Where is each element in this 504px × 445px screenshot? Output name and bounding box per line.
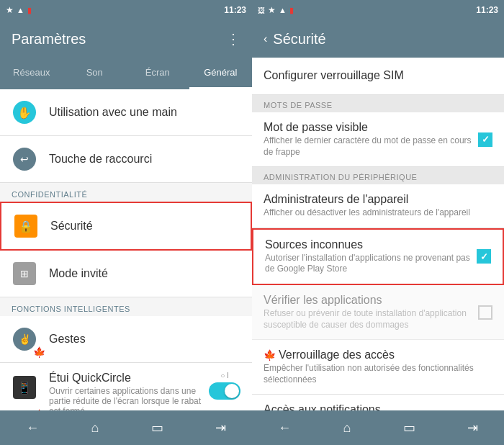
nav-menu-right[interactable]: ⇥ (462, 414, 484, 441)
item-verrouillage[interactable]: 🍁 Verrouillage des accès Empêcher l'util… (252, 340, 504, 395)
item-etui-subtitle: Ouvrir certaines applications dans une p… (49, 386, 203, 410)
toggle-off-label: ○ I (220, 372, 229, 379)
toggle-etui[interactable] (209, 382, 240, 400)
item-sim[interactable]: Configurer verrouillage SIM (252, 58, 504, 95)
nav-back-left[interactable]: ← (20, 415, 45, 441)
image-icon: 🖼 (258, 6, 265, 14)
item-mot-de-passe-title: Mot de passe visible (264, 121, 472, 134)
item-shortcut-text: Touche de raccourci (49, 153, 240, 166)
phone-icon: 📱 (13, 376, 36, 399)
item-securite-text: Sécurité (50, 220, 239, 233)
item-acces-notifications[interactable]: Accès aux notifications 1 applications p… (252, 395, 504, 410)
left-status-time: 11:23 (224, 5, 246, 15)
left-panel: ★ ▲ ▮ 11:23 Paramètres ⋮ Réseaux Son Écr… (0, 0, 252, 445)
section-fonctions: FONCTIONS INTELLIGENTES (0, 297, 252, 316)
item-acces-notifications-text: Accès aux notifications 1 applications p… (264, 403, 492, 410)
lock-icon: 🔒 (14, 215, 37, 238)
item-securite-title: Sécurité (50, 220, 239, 233)
grid-icon: ⊞ (13, 262, 36, 285)
checkbox-mot-de-passe[interactable] (478, 132, 492, 147)
item-gestes-title: Gestes (49, 333, 240, 346)
item-mode-invite[interactable]: ⊞ Mode invité (0, 251, 252, 297)
item-verrouillage-title: 🍁 Verrouillage des accès (264, 349, 492, 361)
hand-icon-container: ✋ (12, 99, 37, 125)
right-status-icons-right: 11:23 (476, 5, 498, 15)
section-confidentialite: CONFIDENTIALITÉ (0, 183, 252, 202)
item-verifier-text: Vérifier les applications Refuser ou pré… (264, 294, 472, 331)
tab-son[interactable]: Son (63, 58, 127, 89)
back-arrow-icon[interactable]: ‹ (264, 32, 267, 45)
left-status-bar: ★ ▲ ▮ 11:23 (0, 0, 252, 20)
item-etui-text: Étui QuickCircle Ouvrir certaines applic… (49, 372, 203, 410)
shortcut-icon-container: ↩ (12, 146, 37, 172)
item-etui-title: Étui QuickCircle (49, 372, 203, 385)
battery-warning-icon: ▮ (27, 6, 32, 15)
toggle-knob (225, 384, 239, 398)
nav-home-right[interactable]: ⌂ (337, 415, 356, 441)
item-administrateurs-text: Administrateurs de l'appareil Afficher o… (264, 193, 492, 219)
checkbox-sources-inconnues[interactable] (477, 249, 491, 264)
left-top-bar: Paramètres ⋮ (0, 20, 252, 58)
item-mode-invite-title: Mode invité (49, 267, 240, 280)
item-verrouillage-subtitle: Empêcher l'utilisation non autorisée des… (264, 363, 492, 385)
left-settings-list: ✋ Utilisation avec une main ↩ Touche de … (0, 89, 252, 410)
item-sources-inconnues-text: Sources inconnues Autoriser l'installati… (265, 238, 471, 275)
left-tab-bar: Réseaux Son Écran Général (0, 58, 252, 89)
left-top-bar-title: Paramètres (12, 31, 226, 48)
item-verifier-title: Vérifier les applications (264, 294, 472, 307)
nav-menu-left[interactable]: ⇥ (210, 414, 232, 441)
item-verifier-applications: Vérifier les applications Refuser ou pré… (252, 285, 504, 340)
hand-icon: ✋ (13, 101, 36, 124)
item-mot-de-passe-subtitle: Afficher le dernier caractère du mot de … (264, 135, 472, 158)
wifi-icon: ▲ (17, 6, 24, 14)
right-wifi-icon: ▲ (279, 6, 287, 14)
item-mot-de-passe[interactable]: Mot de passe visible Afficher le dernier… (252, 112, 504, 167)
item-mot-de-passe-text: Mot de passe visible Afficher le dernier… (264, 121, 472, 158)
left-nav-bar: ← ⌂ ▭ ⇥ (0, 410, 252, 445)
nav-recent-left[interactable]: ▭ (145, 414, 169, 441)
item-sim-text: Configurer verrouillage SIM (264, 69, 492, 84)
nav-home-left[interactable]: ⌂ (85, 415, 104, 441)
right-battery-warning-icon: ▮ (289, 6, 294, 15)
tab-general[interactable]: Général (189, 58, 253, 89)
item-securite[interactable]: 🔒 Sécurité (0, 202, 252, 251)
left-status-icons-right: 11:23 (224, 5, 246, 15)
item-hand[interactable]: ✋ Utilisation avec une main (0, 89, 252, 136)
item-sources-inconnues-subtitle: Autoriser l'installation d'applications … (265, 253, 471, 275)
item-mode-invite-text: Mode invité (49, 267, 240, 280)
nav-back-right[interactable]: ← (272, 415, 297, 441)
item-verrouillage-text: 🍁 Verrouillage des accès Empêcher l'util… (264, 349, 492, 385)
item-administrateurs-subtitle: Afficher ou désactiver les administrateu… (264, 207, 492, 219)
item-gestes[interactable]: ✌ Gestes 🍁 (0, 316, 252, 363)
right-nav-bar: ← ⌂ ▭ ⇥ (252, 410, 504, 445)
nav-recent-right[interactable]: ▭ (397, 414, 421, 441)
right-panel: 🖼 ★ ▲ ▮ 11:23 ‹ Sécurité Configurer verr… (252, 0, 504, 445)
leaf-icon-etui: 🍁 (33, 409, 45, 410)
item-sim-title: Configurer verrouillage SIM (264, 69, 492, 82)
right-status-icons-left: 🖼 ★ ▲ ▮ (258, 5, 294, 15)
more-icon[interactable]: ⋮ (226, 30, 240, 48)
section-admin: ADMINISTRATION DU PÉRIPHÉRIQUE (252, 167, 504, 184)
tab-ecran[interactable]: Écran (126, 58, 189, 89)
right-settings-list: Configurer verrouillage SIM MOTS DE PASS… (252, 58, 504, 410)
bluetooth-icon: ★ (6, 5, 14, 15)
item-sources-inconnues-title: Sources inconnues (265, 238, 471, 251)
item-gestes-text: Gestes (49, 333, 240, 346)
right-top-bar: ‹ Sécurité (252, 20, 504, 58)
item-etui[interactable]: 📱 Étui QuickCircle Ouvrir certaines appl… (0, 363, 252, 410)
leaf-icon-gestes: 🍁 (33, 346, 45, 358)
grid-icon-container: ⊞ (12, 261, 37, 287)
item-shortcut[interactable]: ↩ Touche de raccourci (0, 136, 252, 183)
item-acces-notifications-title: Accès aux notifications (264, 403, 492, 410)
tab-reseaux[interactable]: Réseaux (0, 58, 63, 89)
item-administrateurs[interactable]: Administrateurs de l'appareil Afficher o… (252, 184, 504, 228)
leaf-icon-verrouillage: 🍁 (264, 349, 276, 361)
right-status-time: 11:23 (476, 5, 498, 15)
item-sources-inconnues[interactable]: Sources inconnues Autoriser l'installati… (252, 228, 504, 285)
item-shortcut-title: Touche de raccourci (49, 153, 240, 166)
right-status-bar: 🖼 ★ ▲ ▮ 11:23 (252, 0, 504, 20)
checkbox-verifier (478, 305, 492, 320)
shortcut-icon: ↩ (13, 148, 36, 171)
item-verifier-subtitle: Refuser ou prévenir de toute installatio… (264, 308, 472, 331)
lock-icon-container: 🔒 (13, 213, 39, 239)
